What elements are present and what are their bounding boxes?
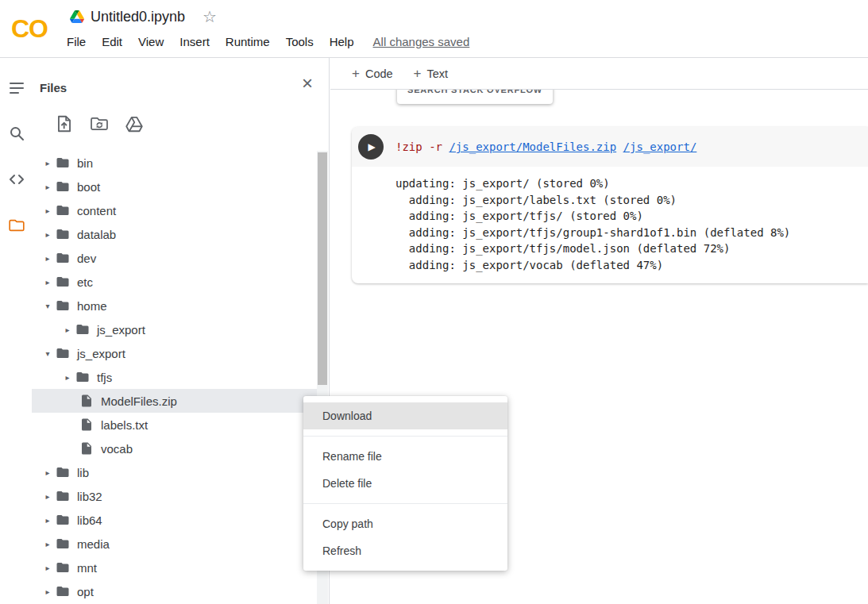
mount-drive-icon[interactable] — [124, 113, 145, 134]
folder-icon — [56, 489, 70, 503]
chevron-right-icon[interactable]: ▸ — [40, 468, 56, 477]
add-code-button[interactable]: + Code — [352, 66, 393, 82]
output-line: adding: js_export/tfjs/ (stored 0%) — [395, 208, 868, 225]
tree-item-label: home — [77, 299, 107, 313]
file-icon — [79, 394, 94, 408]
tree-item-label: lib64 — [77, 514, 102, 527]
tree-item-modelfiles-zip[interactable]: ModelFiles.zip — [32, 389, 317, 413]
chevron-down-icon[interactable]: ▾ — [40, 349, 56, 358]
tree-item-lib[interactable]: ▸ lib — [32, 460, 317, 484]
context-menu-divider — [303, 503, 507, 504]
add-text-button[interactable]: + Text — [414, 66, 449, 82]
tree-item-media[interactable]: ▸ media — [32, 532, 317, 556]
menu-file[interactable]: File — [59, 35, 94, 48]
chevron-right-icon[interactable]: ▸ — [40, 564, 56, 572]
chevron-right-icon[interactable]: ▸ — [40, 587, 56, 596]
tree-item-label: dev — [77, 252, 96, 265]
menu-edit[interactable]: Edit — [94, 35, 130, 48]
tree-item-datalab[interactable]: ▸ datalab — [32, 222, 317, 246]
tree-item-etc[interactable]: ▸ etc — [32, 270, 317, 294]
menu-runtime[interactable]: Runtime — [218, 35, 278, 48]
chevron-right-icon[interactable]: ▸ — [60, 373, 75, 382]
menu-view[interactable]: View — [130, 35, 172, 48]
tree-item-label: opt — [77, 585, 94, 598]
context-menu-rename-file[interactable]: Rename file — [303, 443, 507, 470]
tree-item-home[interactable]: ▾ home — [32, 294, 317, 317]
files-scrollbar-thumb[interactable] — [318, 152, 327, 385]
app-header: CO Untitled0.ipynb ☆ File Edit View Inse… — [0, 0, 868, 58]
colab-logo[interactable]: CO — [0, 0, 59, 57]
run-cell-button[interactable]: ▶ — [358, 134, 384, 160]
folder-icon — [56, 537, 70, 551]
file-tree: ▸ bin ▸ boot ▸ content ▸ datalab ▸ — [32, 151, 317, 603]
chevron-right-icon[interactable]: ▸ — [40, 206, 56, 215]
chevron-right-icon[interactable]: ▸ — [40, 230, 56, 239]
code-separator — [616, 140, 623, 153]
search-stack-overflow-button[interactable]: SEARCH STACK OVERFLOW — [397, 90, 553, 104]
tree-item-home-js-export[interactable]: ▸ js_export — [32, 317, 317, 341]
tree-item-label: datalab — [77, 228, 116, 241]
tree-item-label: lib32 — [77, 490, 102, 503]
chevron-right-icon[interactable]: ▸ — [60, 325, 75, 334]
tree-item-lib32[interactable]: ▸ lib32 — [32, 484, 317, 508]
chevron-down-icon[interactable]: ▾ — [40, 302, 56, 310]
folder-icon — [56, 298, 70, 313]
output-line: adding: js_export/tfjs/model.json (defla… — [395, 240, 868, 257]
chevron-right-icon[interactable]: ▸ — [40, 183, 56, 191]
output-line: adding: js_export/tfjs/group1-shard1of1.… — [395, 225, 868, 241]
tree-item-mnt[interactable]: ▸ mnt — [32, 556, 317, 579]
context-menu-divider — [303, 436, 507, 437]
tree-item-lib64[interactable]: ▸ lib64 — [32, 508, 317, 532]
tree-item-tfjs[interactable]: ▸ tfjs — [32, 365, 317, 389]
code-line[interactable]: !zip -r /js_export/ModelFiles.zip /js_ex… — [395, 140, 696, 153]
menu-help[interactable]: Help — [322, 35, 362, 48]
tree-item-dev[interactable]: ▸ dev — [32, 246, 317, 270]
folder-icon — [56, 560, 70, 575]
context-menu-refresh[interactable]: Refresh — [303, 537, 507, 564]
context-menu-copy-path[interactable]: Copy path — [303, 510, 507, 537]
tree-item-opt[interactable]: ▸ opt — [32, 579, 317, 603]
tree-item-label: ModelFiles.zip — [101, 394, 177, 408]
files-panel-icon[interactable] — [8, 217, 25, 234]
chevron-right-icon[interactable]: ▸ — [40, 159, 56, 167]
code-snippets-icon[interactable] — [8, 171, 25, 188]
tree-item-boot[interactable]: ▸ boot — [32, 175, 317, 198]
context-menu-download[interactable]: Download — [303, 402, 507, 429]
chevron-right-icon[interactable]: ▸ — [40, 254, 56, 263]
tree-item-content[interactable]: ▸ content — [32, 198, 317, 222]
chevron-right-icon[interactable]: ▸ — [40, 540, 56, 548]
folder-icon — [75, 370, 90, 384]
save-status-link[interactable]: All changes saved — [373, 35, 470, 48]
file-context-menu: Download Rename file Delete file Copy pa… — [303, 396, 507, 571]
folder-icon — [75, 322, 90, 337]
code-path-link-2[interactable]: /js_export/ — [623, 140, 697, 153]
menu-insert[interactable]: Insert — [172, 35, 218, 48]
close-icon[interactable]: × — [302, 74, 313, 93]
google-drive-icon — [70, 10, 84, 23]
title-row: Untitled0.ipynb ☆ — [59, 4, 469, 29]
tree-item-js-export[interactable]: ▾ js_export — [32, 341, 317, 365]
context-menu-delete-file[interactable]: Delete file — [303, 470, 507, 497]
chevron-right-icon[interactable]: ▸ — [40, 516, 56, 525]
tree-item-label: etc — [77, 275, 93, 289]
upload-file-icon[interactable] — [54, 113, 75, 134]
tree-item-label: tfjs — [97, 371, 112, 384]
header-main: Untitled0.ipynb ☆ File Edit View Insert … — [59, 0, 469, 57]
menu-tools[interactable]: Tools — [278, 35, 322, 48]
tree-item-label: bin — [77, 156, 93, 170]
chevron-right-icon[interactable]: ▸ — [40, 492, 56, 501]
notebook-title[interactable]: Untitled0.ipynb — [91, 9, 185, 25]
refresh-folder-icon[interactable] — [89, 113, 110, 134]
add-text-label: Text — [427, 67, 449, 80]
chevron-right-icon[interactable]: ▸ — [40, 278, 56, 287]
search-icon[interactable] — [8, 125, 25, 142]
code-cell-input[interactable]: ▶ !zip -r /js_export/ModelFiles.zip /js_… — [352, 127, 868, 167]
table-of-contents-icon[interactable] — [8, 79, 25, 97]
tree-item-labels-txt[interactable]: labels.txt — [32, 413, 317, 437]
folder-icon — [56, 346, 70, 360]
tree-item-bin[interactable]: ▸ bin — [32, 151, 317, 175]
star-icon[interactable]: ☆ — [203, 9, 217, 25]
code-path-link-1[interactable]: /js_export/ModelFiles.zip — [449, 140, 616, 153]
tree-item-vocab[interactable]: vocab — [32, 437, 317, 460]
files-panel-title: Files — [40, 81, 67, 94]
